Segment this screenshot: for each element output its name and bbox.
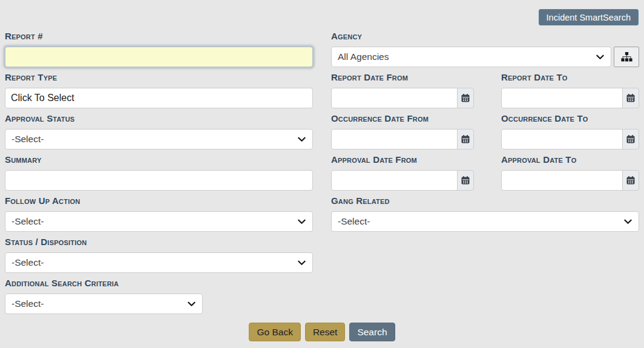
report-date-from-input[interactable] [331, 88, 458, 108]
approval-date-from-field: Approval Date From [331, 154, 474, 191]
report-date-row: Report Date From Report Date To [331, 72, 639, 108]
approval-status-selected-value: -Select- [12, 134, 44, 145]
report-number-field: Report # [5, 31, 313, 67]
occurrence-date-from-field: Occurrence Date From [331, 113, 474, 149]
agency-label: Agency [331, 31, 639, 42]
approval-status-label: Approval Status [5, 113, 313, 124]
summary-label: Summary [5, 154, 313, 165]
gang-related-field: Gang Related -Select- [331, 195, 639, 232]
report-type-field: Report Type [5, 72, 313, 108]
report-date-from-label: Report Date From [331, 72, 474, 83]
go-back-button[interactable]: Go Back [249, 323, 300, 341]
agency-selected-value: All Agencies [338, 51, 389, 62]
incident-smartsearch-button[interactable]: Incident SmartSearch [539, 9, 639, 25]
calendar-icon [626, 135, 635, 143]
chevron-down-icon [596, 54, 604, 60]
additional-search-criteria-label: Additional Search Criteria [5, 278, 313, 289]
agency-select[interactable]: All Agencies [331, 47, 611, 67]
approval-status-field: Approval Status -Select- [5, 113, 313, 149]
chevron-down-icon [298, 219, 306, 225]
approval-date-to-input[interactable] [501, 170, 623, 191]
search-form-right-column: Agency All Agencies [331, 31, 639, 237]
report-date-to-label: Report Date To [501, 72, 639, 83]
status-disposition-selected-value: -Select- [12, 257, 44, 268]
occurrence-date-to-input[interactable] [501, 129, 623, 149]
status-disposition-label: Status / Disposition [5, 237, 313, 248]
sitemap-icon [621, 52, 632, 62]
calendar-icon [626, 94, 635, 102]
calendar-icon [461, 135, 470, 143]
approval-status-select[interactable]: -Select- [5, 129, 313, 149]
agency-hierarchy-button[interactable] [614, 47, 639, 67]
report-date-to-calendar-button[interactable] [622, 88, 639, 108]
follow-up-action-selected-value: -Select- [12, 216, 44, 227]
approval-date-to-label: Approval Date To [501, 154, 639, 165]
occurrence-date-to-field: Occurrence Date To [501, 113, 639, 149]
agency-field: Agency All Agencies [331, 31, 639, 67]
occurrence-date-to-label: Occurrence Date To [501, 113, 639, 124]
calendar-icon [461, 94, 470, 102]
occurrence-date-from-calendar-button[interactable] [457, 129, 474, 149]
form-actions: Go Back Reset Search [0, 323, 644, 341]
report-date-to-input[interactable] [501, 88, 623, 108]
approval-date-from-calendar-button[interactable] [457, 170, 474, 191]
chevron-down-icon [298, 137, 306, 142]
chevron-down-icon [188, 301, 196, 307]
summary-input[interactable] [5, 170, 313, 191]
report-date-from-field: Report Date From [331, 72, 474, 108]
incident-search-page: { "header": { "smart_search_button": "In… [0, 0, 644, 348]
status-disposition-field: Status / Disposition -Select- [5, 237, 313, 273]
occurrence-date-from-label: Occurrence Date From [331, 113, 474, 124]
search-button[interactable]: Search [349, 323, 395, 341]
report-number-input[interactable] [5, 47, 313, 67]
approval-date-from-label: Approval Date From [331, 154, 474, 165]
follow-up-action-field: Follow Up Action -Select- [5, 195, 313, 232]
chevron-down-icon [624, 219, 632, 225]
occurrence-date-to-calendar-button[interactable] [622, 129, 639, 149]
report-date-from-calendar-button[interactable] [457, 88, 474, 108]
additional-search-criteria-select[interactable]: -Select- [5, 294, 203, 314]
additional-search-criteria-selected-value: -Select- [12, 298, 44, 309]
approval-date-to-field: Approval Date To [501, 154, 639, 191]
approval-date-row: Approval Date From Approval Date To [331, 154, 639, 191]
report-type-label: Report Type [5, 72, 313, 83]
report-number-label: Report # [5, 31, 313, 42]
occurrence-date-row: Occurrence Date From Occurrence Date To [331, 113, 639, 149]
status-disposition-select[interactable]: -Select- [5, 252, 313, 273]
approval-date-from-input[interactable] [331, 170, 458, 191]
follow-up-action-select[interactable]: -Select- [5, 211, 313, 232]
occurrence-date-from-input[interactable] [331, 129, 458, 149]
search-form-left-column: Report # Report Type Approval Status -Se… [5, 31, 313, 319]
gang-related-select[interactable]: -Select- [331, 211, 639, 232]
reset-button[interactable]: Reset [305, 323, 346, 341]
report-type-input[interactable] [5, 88, 313, 108]
summary-field: Summary [5, 154, 313, 191]
report-date-to-field: Report Date To [501, 72, 639, 108]
gang-related-selected-value: -Select- [338, 216, 370, 227]
calendar-icon [626, 176, 635, 185]
gang-related-label: Gang Related [331, 195, 639, 206]
approval-date-to-calendar-button[interactable] [622, 170, 639, 191]
calendar-icon [461, 176, 470, 185]
additional-search-criteria-field: Additional Search Criteria -Select- [5, 278, 313, 314]
follow-up-action-label: Follow Up Action [5, 195, 313, 206]
chevron-down-icon [298, 260, 306, 266]
